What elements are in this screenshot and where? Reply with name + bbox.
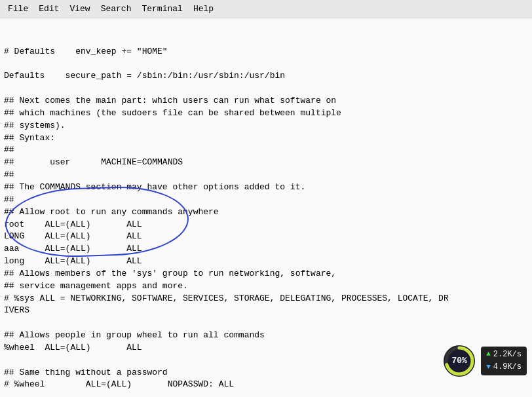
net-stats-panel: ▲ 2.2K/s ▼ 4.9K/s: [481, 347, 527, 376]
cpu-gauge: 70%: [442, 343, 477, 379]
terminal-line: IVERS: [4, 305, 528, 317]
menu-view[interactable]: View: [64, 3, 95, 15]
terminal-line: aaa ALL=(ALL) ALL: [4, 243, 528, 255]
terminal-line: ## which machines (the sudoers file can …: [4, 107, 528, 120]
terminal-line: ## Next comes the main part: which users…: [4, 95, 528, 107]
terminal-line: Defaults secure_path = /sbin:/bin:/usr/s…: [4, 70, 528, 83]
terminal-line: [4, 58, 528, 71]
download-value: 4.9K/s: [493, 362, 522, 373]
terminal-line: ##: [4, 194, 528, 206]
menu-search[interactable]: Search: [96, 3, 137, 15]
network-widget: 70% ▲ 2.2K/s ▼ 4.9K/s: [442, 343, 527, 379]
terminal-line: ##: [4, 169, 528, 181]
terminal-line: ## The COMMANDS section may have other o…: [4, 181, 528, 194]
terminal-line: # %wheel ALL=(ALL) NOPASSWD: ALL: [4, 379, 528, 391]
menubar: File Edit View Search Terminal Help: [0, 0, 532, 18]
terminal-line: ## systems).: [4, 120, 528, 132]
terminal-line: ## Allows people in group wheel to run a…: [4, 330, 528, 342]
upload-arrow-icon: ▲: [486, 349, 491, 360]
menu-help[interactable]: Help: [188, 3, 219, 15]
terminal-line: ##: [4, 144, 528, 157]
gauge-percent-label: 70%: [451, 355, 466, 368]
terminal-line: # Defaults env_keep += "HOME": [4, 46, 528, 58]
download-arrow-icon: ▼: [486, 362, 491, 373]
terminal-line: # %sys ALL = NETWORKING, SOFTWARE, SERVI…: [4, 293, 528, 305]
terminal-area[interactable]: # Defaults env_keep += "HOME" Defaults s…: [0, 18, 532, 397]
terminal-line: ## Allows members of the 'sys' group to …: [4, 268, 528, 280]
terminal-line: ## Allow root to run any commands anywhe…: [4, 206, 528, 219]
terminal-line: root ALL=(ALL) ALL: [4, 219, 528, 231]
menu-terminal[interactable]: Terminal: [136, 3, 187, 15]
menu-file[interactable]: File: [3, 3, 33, 15]
terminal-line: [4, 317, 528, 330]
menu-edit[interactable]: Edit: [33, 3, 64, 15]
terminal-line: LONG ALL=(ALL) ALL: [4, 231, 528, 243]
upload-value: 2.2K/s: [493, 349, 522, 360]
terminal-line: [4, 391, 528, 397]
terminal-line: ## user MACHINE=COMMANDS: [4, 157, 528, 169]
download-row: ▼ 4.9K/s: [486, 362, 522, 373]
terminal-line: long ALL=(ALL) ALL: [4, 255, 528, 268]
upload-row: ▲ 2.2K/s: [486, 349, 522, 360]
terminal-line: ## service management apps and more.: [4, 280, 528, 293]
terminal-line: [4, 83, 528, 95]
terminal-line: ## Syntax:: [4, 132, 528, 145]
